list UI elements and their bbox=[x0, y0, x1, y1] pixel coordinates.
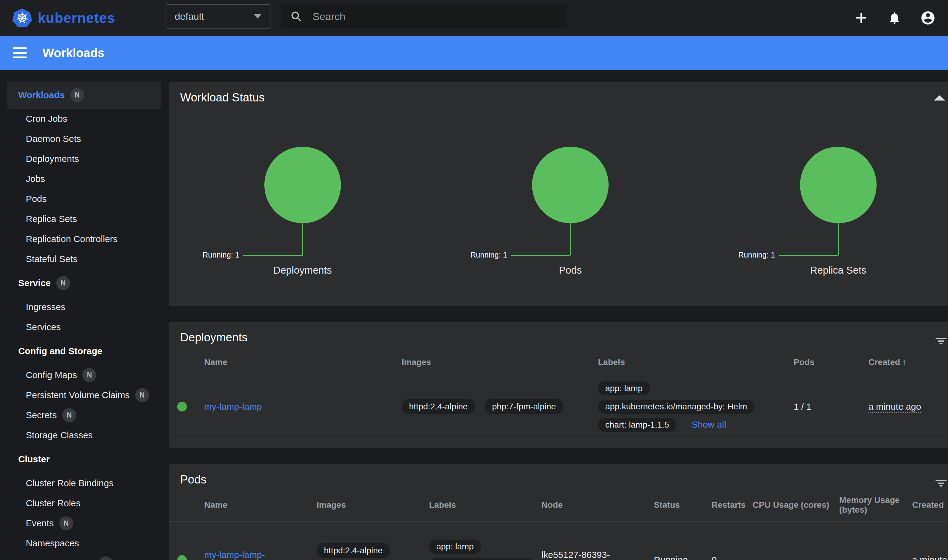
pie-chart-title: Deployments bbox=[169, 265, 436, 276]
sidebar-item-namespaces[interactable]: Namespaces bbox=[0, 533, 169, 553]
sidebar-section-config-and-storage: Config and Storage bbox=[0, 341, 169, 361]
namespace-selector[interactable]: default bbox=[166, 4, 270, 29]
deployment-row-my-lamp-lamp: my-lamp-lamp httpd:2.4-alpine php:7-fpm-… bbox=[169, 374, 948, 440]
pie-callout: Running: 1 bbox=[470, 251, 507, 259]
column-header-created[interactable]: Created ↑ bbox=[868, 357, 948, 367]
create-resource-button[interactable] bbox=[853, 10, 869, 26]
sidebar-item-replica-sets[interactable]: Replica Sets bbox=[0, 209, 169, 229]
deployment-name-link[interactable]: my-lamp-lamp bbox=[204, 402, 262, 411]
sidebar-item-ingresses[interactable]: Ingresses bbox=[0, 297, 169, 317]
show-all-labels-link[interactable]: Show all bbox=[692, 419, 726, 429]
app-bar: Workloads bbox=[0, 36, 948, 70]
search-input[interactable] bbox=[313, 11, 550, 23]
sidebar-item-config-maps[interactable]: Config Maps N bbox=[0, 365, 169, 385]
sidebar-nav: Workloads N Cron Jobs Daemon Sets Deploy… bbox=[0, 70, 169, 560]
deployments-card: Deployments Name Images Labels Pods Crea… bbox=[169, 322, 948, 448]
pod-memory-usage: - bbox=[839, 555, 912, 560]
sidebar-item-deployments[interactable]: Deployments bbox=[0, 149, 169, 169]
notifications-button[interactable] bbox=[886, 10, 902, 26]
pods-card: Pods Name Images Labels Node Status Rest… bbox=[169, 464, 948, 560]
pods-table-header: Name Images Labels Node Status Restarts … bbox=[169, 495, 948, 515]
namespaced-badge: N bbox=[82, 368, 96, 382]
status-ok-dot bbox=[177, 402, 187, 411]
column-header-created[interactable]: Created ↑ bbox=[912, 500, 948, 510]
workload-status-title: Workload Status bbox=[169, 82, 948, 104]
search-bar[interactable] bbox=[281, 4, 567, 29]
column-header-labels[interactable]: Labels bbox=[429, 500, 541, 510]
filter-button[interactable] bbox=[934, 334, 948, 348]
brand-name: kubernetes bbox=[38, 10, 115, 26]
column-header-memory[interactable]: Memory Usage (bytes) bbox=[839, 495, 912, 515]
filter-button[interactable] bbox=[934, 475, 948, 490]
column-header-status[interactable]: Status bbox=[654, 500, 712, 510]
kubernetes-logo[interactable]: kubernetes bbox=[12, 8, 155, 28]
filter-list-icon bbox=[934, 334, 948, 348]
created-timestamp[interactable]: a minute ago bbox=[912, 555, 948, 560]
pie-slice-running[interactable] bbox=[800, 147, 877, 223]
filter-list-icon bbox=[934, 475, 948, 490]
sidebar-item-storage-classes[interactable]: Storage Classes bbox=[0, 425, 169, 445]
sidebar-item-replication-controllers[interactable]: Replication Controllers bbox=[0, 229, 169, 249]
sidebar-item-cluster-roles[interactable]: Cluster Roles bbox=[0, 493, 169, 513]
sidebar-item-cron-jobs[interactable]: Cron Jobs bbox=[0, 109, 169, 129]
created-timestamp[interactable]: a minute ago bbox=[868, 402, 921, 413]
page-title: Workloads bbox=[43, 46, 105, 60]
sidebar-item-persistent-volume-claims[interactable]: Persistent Volume Claims N bbox=[0, 385, 169, 405]
deployments-table-header: Name Images Labels Pods Created ↑ bbox=[169, 357, 948, 367]
collapse-arrow-icon[interactable] bbox=[934, 95, 945, 100]
pod-node: lke55127-86393-622f8d09399a bbox=[541, 550, 654, 560]
label-chip: app: lamp bbox=[598, 382, 650, 395]
plus-icon bbox=[854, 11, 868, 25]
sidebar-item-jobs[interactable]: Jobs bbox=[0, 169, 169, 189]
search-icon bbox=[290, 10, 302, 23]
sidebar-item-events[interactable]: Events N bbox=[0, 513, 169, 533]
sidebar-item-stateful-sets[interactable]: Stateful Sets bbox=[0, 249, 169, 269]
image-chip: httpd:2.4-alpine bbox=[317, 543, 390, 558]
sidebar-item-workloads[interactable]: Workloads N bbox=[7, 82, 161, 109]
profile-button[interactable] bbox=[920, 10, 936, 26]
pods-ready-count: 1 / 1 bbox=[794, 402, 868, 412]
sidebar-item-secrets[interactable]: Secrets N bbox=[0, 405, 169, 425]
top-header: kubernetes default bbox=[0, 0, 948, 36]
sidebar-item-cluster-role-bindings[interactable]: Cluster Role Bindings bbox=[0, 473, 169, 493]
namespace-value: default bbox=[175, 11, 254, 22]
column-header-restarts[interactable]: Restarts bbox=[712, 500, 753, 510]
image-chip: php:7-fpm-alpine bbox=[485, 399, 563, 414]
sidebar-section-service: Service N bbox=[0, 273, 169, 293]
column-header-images[interactable]: Images bbox=[402, 357, 598, 367]
namespaced-badge: N bbox=[99, 556, 113, 560]
column-header-cpu[interactable]: CPU Usage (cores) bbox=[753, 500, 839, 510]
sort-ascending-icon: ↑ bbox=[946, 500, 948, 509]
sidebar-item-pods[interactable]: Pods bbox=[0, 189, 169, 209]
column-header-name[interactable]: Name bbox=[204, 500, 317, 510]
namespaced-badge: N bbox=[62, 408, 76, 422]
sort-ascending-icon: ↑ bbox=[902, 357, 907, 367]
pod-row-my-lamp-lamp: my-lamp-lamp-5fd985cf68-jwvz4 httpd:2.4-… bbox=[169, 522, 948, 560]
pie-slice-running[interactable] bbox=[532, 147, 609, 223]
column-header-labels[interactable]: Labels bbox=[598, 357, 794, 367]
sidebar-item-services[interactable]: Services bbox=[0, 317, 169, 337]
pie-chart-title: Pods bbox=[436, 265, 704, 276]
column-header-images[interactable]: Images bbox=[317, 500, 429, 510]
pie-chart-title: Replica Sets bbox=[704, 265, 948, 276]
label-chip: app: lamp bbox=[429, 540, 481, 554]
pie-chart-pods: Running: 1 Pods bbox=[436, 147, 704, 292]
pod-name-link[interactable]: my-lamp-lamp-5fd985cf68-jwvz4 bbox=[204, 550, 275, 560]
bell-icon bbox=[888, 11, 902, 25]
menu-button[interactable] bbox=[13, 45, 29, 61]
column-header-pods[interactable]: Pods bbox=[794, 357, 868, 367]
pods-title: Pods bbox=[169, 464, 948, 486]
pie-chart-replica-sets: Running: 1 Replica Sets bbox=[704, 147, 948, 292]
column-header-name[interactable]: Name bbox=[204, 357, 402, 367]
status-ok-dot bbox=[177, 555, 187, 560]
image-chip: httpd:2.4-alpine bbox=[402, 399, 475, 414]
sidebar-item-daemon-sets[interactable]: Daemon Sets bbox=[0, 129, 169, 149]
sidebar-item-network-policies[interactable]: Network Policies N bbox=[0, 553, 169, 560]
pie-chart-deployments: Running: 1 Deployments bbox=[169, 147, 436, 292]
label-chip: pod-template-hash: 5fd985cf68 bbox=[429, 558, 534, 560]
pie-callout: Running: 1 bbox=[203, 251, 239, 259]
label-chip: chart: lamp-1.1.5 bbox=[598, 418, 677, 432]
pie-slice-running[interactable] bbox=[264, 147, 341, 223]
column-header-node[interactable]: Node bbox=[541, 500, 654, 510]
chevron-down-icon bbox=[254, 14, 261, 18]
